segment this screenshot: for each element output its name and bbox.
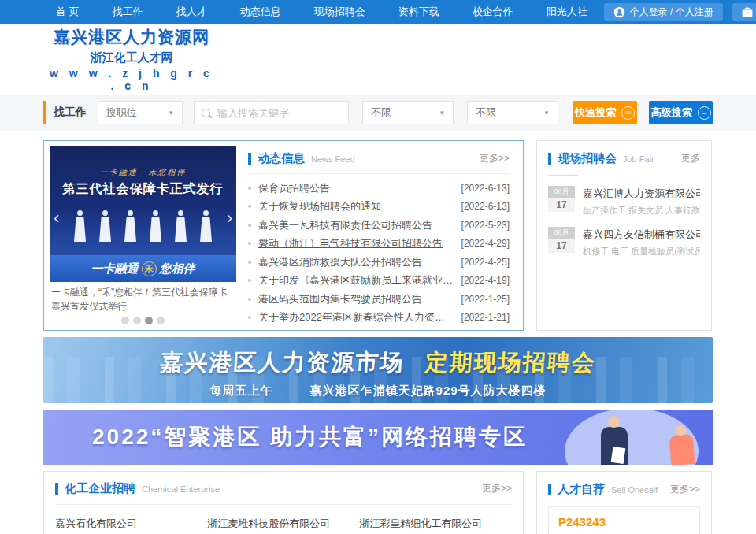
strip-gold-seal: 禾 [142,261,157,276]
chemical-title: 化工企业招聘 [65,481,135,496]
search-filter2-select[interactable]: 不限 ▼ [467,101,558,124]
search-filter1-value: 不限 [371,106,391,120]
news-item[interactable]: 保育员招聘公告 [2022-6-13] [248,179,510,198]
market-banner-title: 嘉兴港区人力资源市场 定期现场招聘会 [43,347,713,379]
talent-more-link[interactable]: 更多>> [670,483,700,496]
news-item-date: [2022-4-29] [461,238,510,249]
carousel-prev-arrow[interactable]: ‹ [54,210,59,227]
carousel-slide[interactable]: 一卡融通 · 禾您相伴 第三代社会保障卡正式发行 一卡融通 禾 [50,146,236,282]
nav-item-job-fair[interactable]: 现场招聘会 [298,0,382,24]
news-item-title: 保育员招聘公告 [258,181,455,195]
news-panel: 一卡融通 · 禾您相伴 第三代社会保障卡正式发行 一卡融通 禾 [43,140,524,331]
news-item-date: [2022-5-23] [461,220,510,231]
job-fair-day: 17 [548,239,575,253]
main-content: 一卡融通 · 禾您相伴 第三代社会保障卡正式发行 一卡融通 禾 [0,140,756,534]
carousel-dot-active[interactable] [145,317,153,324]
search-accent-bar [43,101,46,124]
nav-item-sunshine-hr[interactable]: 阳光人社 [530,0,604,24]
job-fair-date-badge[interactable]: 06月 17 [548,227,575,258]
person-figure [124,210,136,242]
job-fair-company[interactable]: 嘉兴汇博人力资源有限公司 [583,187,700,201]
online-recruitment-banner-title: 2022“智聚港区 助力共富”网络招聘专区 [92,422,528,452]
market-banner[interactable]: 嘉兴港区人力资源市场 定期现场招聘会 每周五上午 嘉兴港区乍浦镇天妃路929号人… [43,337,713,403]
job-fair-more-link[interactable]: 更多 [681,152,700,165]
chevron-down-icon: ▼ [543,109,550,117]
job-fair-subtitle: Job Fair [623,154,654,164]
carousel-dot[interactable] [157,317,165,324]
talent-id[interactable]: P243243 [558,515,690,528]
nav-item-find-job[interactable]: 找工作 [96,0,160,24]
chemical-company-name[interactable]: 浙江麦堆科技股份有限公司 [207,517,351,531]
job-fair-month: 06月 [548,186,575,198]
talent-card[interactable]: P243243 男 ｜ 嘉兴市→嘉兴港区 ｜ 八年以上 [548,506,700,534]
news-item[interactable]: 嘉兴美一瓦科技有限责任公司招聘公告 [2022-5-23] [248,216,510,235]
carousel: 一卡融通 · 禾您相伴 第三代社会保障卡正式发行 一卡融通 禾 [50,146,236,324]
chemical-company: 浙江麦堆科技股份有限公司 销售专员 会计 土建主管 [207,517,359,534]
nav-item-school-enterprise[interactable]: 校企合作 [456,0,530,24]
chemical-company-name[interactable]: 浙江彩皇精细化工有限公司 [359,517,503,531]
nav-item-find-talent[interactable]: 找人才 [160,0,224,24]
advanced-search-button[interactable]: 高级搜索 → [649,101,713,124]
news-item-title: 关于恢复现场招聘会的通知 [258,199,455,213]
news-item-title: 嘉兴美一瓦科技有限责任公司招聘公告 [258,218,455,232]
chemical-company-name[interactable]: 嘉兴石化有限公司 [55,517,199,531]
news-item-hovered[interactable]: 磐动（浙江）电气科技有限公司招聘公告 [2022-4-29] [248,235,510,254]
news-item[interactable]: 关于恢复现场招聘会的通知 [2022-6-13] [248,198,510,217]
job-fair-item: 06月 17 嘉兴汇博人力资源有限公司 生产操作工 报关文员 人事行政助理... [548,186,700,217]
bullet-icon [248,298,251,301]
online-recruitment-banner[interactable]: 2022“智聚港区 助力共富”网络招聘专区 [43,410,713,465]
carousel-next-arrow[interactable]: › [227,210,232,227]
news-item-date: [2022-1-25] [461,294,510,305]
person-figure [99,210,111,242]
quick-search-icon: oo [621,106,635,120]
quick-search-button[interactable]: 快速搜索 oo [573,101,637,124]
personal-login-button[interactable]: 个人登录 / 个人注册 [604,3,723,21]
enterprise-entry-button[interactable]: 企业入口 [732,3,756,21]
quick-search-label: 快速搜索 [575,106,616,120]
news-item[interactable]: 港区码头范围内集卡驾驶员招聘公告 [2022-1-25] [248,290,510,309]
job-fair-info: 嘉兴汇博人力资源有限公司 生产操作工 报关文员 人事行政助理... [583,186,700,217]
news-item-date: [2022-6-13] [461,183,510,194]
chevron-down-icon: ▼ [439,109,445,117]
search-category-select[interactable]: 搜职位 ▼ [98,101,183,124]
news-item-date: [2022-4-25] [461,257,510,268]
news-more-link[interactable]: 更多>> [480,152,510,165]
bullet-icon [248,205,251,208]
job-fair-jobs: 机修工 电工 质量检验员/测试员 叉车... [583,246,700,258]
news-item[interactable]: 关于印发《嘉兴港区鼓励新员工来港就业补助操作... [2022-4-19] [248,272,510,291]
news-subtitle: News Feed [311,154,355,164]
news-item[interactable]: 嘉兴港区消防救援大队公开招聘公告 [2022-4-25] [248,253,510,272]
news-item[interactable]: 关于举办2022年港区新春综合性人力资源暨春风... [2022-1-21] [248,309,510,328]
search-icon [202,109,210,117]
chemical-more-link[interactable]: 更多>> [482,482,512,495]
nav-item-downloads[interactable]: 资料下载 [382,0,456,24]
job-fair-date-badge[interactable]: 06月 17 [548,186,575,217]
search-filter1-select[interactable]: 不限 ▼ [362,101,454,124]
person-figure [175,210,187,242]
job-fair-panel: 现场招聘会 Job Fair 更多 06月 17 嘉兴汇博人力资源有限公司 生产… [536,140,712,331]
search-filter2-value: 不限 [476,106,496,120]
section-accent-bar [248,153,251,165]
talent-subtitle: Sell Oneself [611,485,658,495]
advanced-search-label: 高级搜索 [651,106,692,120]
job-fair-item: 06月 17 嘉兴四方友信制桶有限公司 机修工 电工 质量检验员/测试员 叉车.… [548,227,700,258]
section-accent-bar [548,153,551,165]
nav-item-home[interactable]: 首 页 [39,0,96,24]
market-banner-time: 每周五上午 [209,384,272,397]
job-fair-header: 现场招聘会 Job Fair 更多 [548,151,700,166]
row-bottom: 化工企业招聘 Chemical Enterprise 更多>> 嘉兴石化有限公司… [43,471,713,534]
job-fair-info: 嘉兴四方友信制桶有限公司 机修工 电工 质量检验员/测试员 叉车... [583,227,700,258]
carousel-dot[interactable] [121,317,129,324]
news-item-date: [2022-4-19] [461,275,510,286]
site-logo[interactable]: 嘉兴港区人力资源网 浙江化工人才网 w w w . z j h g r c . … [45,26,218,92]
search-input[interactable] [216,106,341,120]
job-fair-company[interactable]: 嘉兴四方友信制桶有限公司 [583,228,700,242]
banner-person-figure [676,425,686,436]
carousel-caption[interactable]: 一卡融通，“禾”您相伴！第三代社会保障卡嘉兴首发仪式举行 [50,282,236,313]
carousel-dot[interactable] [133,317,141,324]
market-banner-title-accent: 定期现场招聘会 [424,350,596,375]
nav-item-news[interactable]: 动态信息 [224,0,298,24]
carousel-dots [50,317,236,324]
bullet-icon [248,316,251,319]
bullet-icon [248,279,251,282]
